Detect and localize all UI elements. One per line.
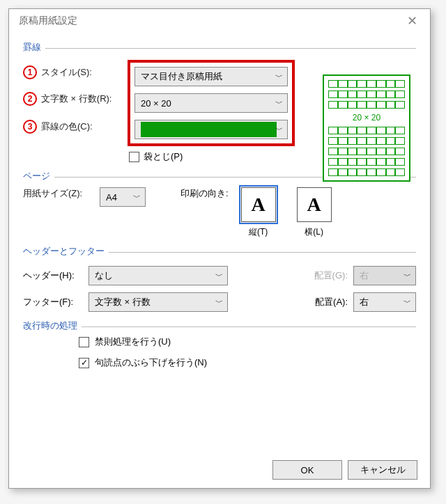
chevron-down-icon: ﹀ <box>403 271 411 281</box>
highlight-box: マス目付き原稿用紙 ﹀ 20 × 20 ﹀ ﹀ <box>128 60 295 146</box>
hanging-checkbox[interactable]: ✓ <box>79 358 89 368</box>
dialog-window: 原稿用紙設定 ✕ 罫線 1 スタイル(S): マス目付き原稿用紙 ﹀ <box>8 8 431 489</box>
grid-color-label: 罫線の色(C): <box>41 120 128 133</box>
chevron-down-icon: ﹀ <box>275 72 283 82</box>
footer-align-value: 右 <box>360 296 369 308</box>
button-bar: OK キャンセル <box>272 460 417 480</box>
annotation-2: 2 <box>23 92 37 106</box>
chevron-down-icon: ﹀ <box>275 125 283 135</box>
hanging-label: 句読点のぶら下げを行う(N) <box>95 356 207 369</box>
grid-color-combo[interactable]: ﹀ <box>134 120 288 139</box>
footer-value: 文字数 × 行数 <box>95 296 151 308</box>
grid-size-value: 20 × 20 <box>141 98 171 109</box>
style-label: スタイル(S): <box>41 66 128 79</box>
fold-checkbox[interactable] <box>129 152 139 162</box>
chevron-down-icon: ﹀ <box>215 297 223 308</box>
footer-label: フッター(F): <box>23 296 83 308</box>
kinsoku-checkbox[interactable] <box>79 337 89 347</box>
style-combo[interactable]: マス目付き原稿用紙 ﹀ <box>134 67 288 86</box>
chevron-down-icon: ﹀ <box>403 297 411 308</box>
portrait-label: 縦(T) <box>249 226 268 238</box>
group-linebreak-label: 改行時の処理 <box>23 320 82 332</box>
group-hf-label: ヘッダーとフッター <box>23 245 109 258</box>
group-linebreak: 改行時の処理 禁則処理を行う(U) ✓ 句読点のぶら下げを行う(N) <box>23 326 416 375</box>
header-align-combo: 右 ﹀ <box>353 266 416 285</box>
grid-size-combo[interactable]: 20 × 20 ﹀ <box>134 93 288 113</box>
header-combo[interactable]: なし ﹀ <box>89 266 228 285</box>
header-align-label: 配置(G): <box>314 269 348 282</box>
window-title: 原稿用紙設定 <box>19 15 77 27</box>
paper-size-combo[interactable]: A4 ﹀ <box>100 187 146 207</box>
close-icon[interactable]: ✕ <box>401 12 423 30</box>
style-value: マス目付き原稿用紙 <box>141 70 222 83</box>
fold-label: 袋とじ(P) <box>144 150 183 163</box>
annotation-3: 3 <box>23 120 37 134</box>
paper-size-value: A4 <box>106 192 117 203</box>
paper-size-label: 用紙サイズ(Z): <box>23 187 100 200</box>
header-align-value: 右 <box>360 269 369 282</box>
orientation-landscape[interactable]: A 横(L) <box>297 187 332 238</box>
landscape-label: 横(L) <box>305 226 323 238</box>
chevron-down-icon: ﹀ <box>133 192 141 203</box>
titlebar: 原稿用紙設定 ✕ <box>9 9 430 33</box>
portrait-icon: A <box>241 187 276 222</box>
grid-size-label: 文字数 × 行数(R): <box>41 93 128 105</box>
footer-align-combo[interactable]: 右 ﹀ <box>353 292 416 312</box>
header-label: ヘッダー(H): <box>23 269 83 282</box>
group-page-label: ページ <box>23 170 54 182</box>
footer-combo[interactable]: 文字数 × 行数 ﹀ <box>89 292 228 312</box>
orientation-label: 印刷の向き: <box>180 187 229 200</box>
annotation-1: 1 <box>23 65 37 79</box>
cancel-button[interactable]: キャンセル <box>348 460 417 480</box>
grid-preview: 20 × 20 <box>323 74 410 182</box>
group-page: ページ 用紙サイズ(Z): A4 ﹀ 印刷の向き: A 縦(T) <box>23 177 416 241</box>
landscape-icon: A <box>297 187 332 222</box>
orientation-portrait[interactable]: A 縦(T) <box>241 187 276 238</box>
chevron-down-icon: ﹀ <box>275 98 283 109</box>
chevron-down-icon: ﹀ <box>215 271 223 281</box>
group-hf: ヘッダーとフッター ヘッダー(H): なし ﹀ 配置(G): 右 ﹀ <box>23 252 416 318</box>
header-value: なし <box>95 269 113 282</box>
footer-align-label: 配置(A): <box>315 296 348 308</box>
preview-text: 20 × 20 <box>328 111 405 124</box>
ok-button[interactable]: OK <box>272 460 342 480</box>
color-swatch <box>141 122 277 137</box>
kinsoku-label: 禁則処理を行う(U) <box>95 336 171 348</box>
